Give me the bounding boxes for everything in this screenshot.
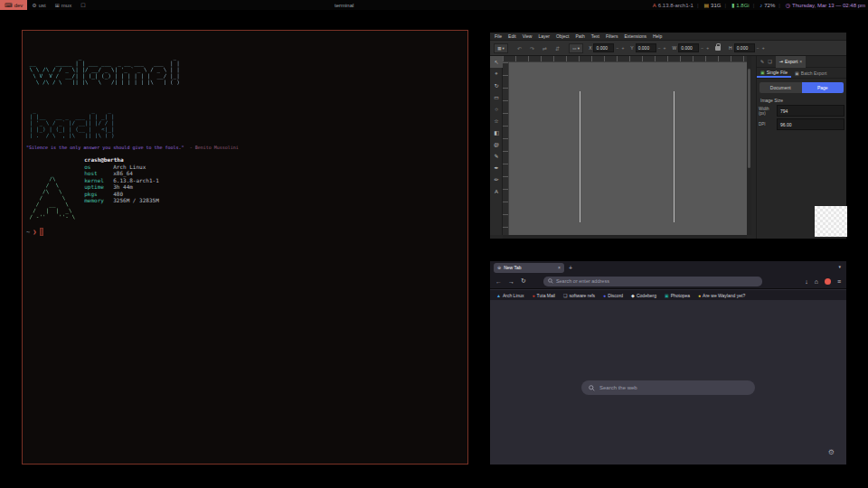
- adblock-shield-icon[interactable]: [825, 278, 831, 285]
- transform-icon[interactable]: ↷: [530, 45, 534, 52]
- canvas-hscrollbar[interactable]: [503, 235, 747, 239]
- inkscape-toolbox: ↖ ⌖ ↻ ▭ ○ ☆ ◧ @ ✎ ✒ ✏ A: [490, 56, 503, 235]
- menu-item[interactable]: Layer: [538, 33, 550, 39]
- fetch-row: host x86_64: [84, 170, 159, 177]
- workspace-tags: ⌨ dev ⚙ ust ⊞ mux ☐: [0, 0, 92, 10]
- toolbox-tool[interactable]: ○: [490, 103, 503, 115]
- focused-window-title: terminal: [335, 0, 354, 10]
- x-input[interactable]: 0.000: [593, 43, 614, 52]
- status-text: 31G: [711, 3, 721, 8]
- bookmark-item[interactable]: ▣ Photopea: [665, 293, 690, 298]
- canvas-vscrollbar[interactable]: [747, 56, 751, 235]
- tab-close-icon[interactable]: ×: [558, 265, 561, 270]
- dpi-input[interactable]: 96.00: [777, 118, 844, 130]
- y-input[interactable]: 0.000: [636, 43, 656, 52]
- menu-item[interactable]: Filters: [606, 33, 618, 39]
- downloads-icon[interactable]: ↓: [805, 278, 808, 285]
- forward-button[interactable]: →: [508, 278, 514, 285]
- width-input[interactable]: 794: [777, 105, 844, 117]
- bookmark-item[interactable]: ◆ Codeberg: [631, 293, 656, 298]
- toolbox-tool[interactable]: @: [490, 138, 503, 150]
- toolbox-tool[interactable]: ✏: [490, 174, 503, 185]
- x-field: X 0.000 − +: [589, 43, 625, 52]
- document-button[interactable]: Document: [760, 82, 802, 93]
- bookmark-item[interactable]: ● Discord: [603, 293, 623, 298]
- status-segment: ◷ Thursday, Mar 13 — 02:48 pm: [775, 2, 865, 8]
- gear-icon[interactable]: ⚙: [828, 448, 835, 456]
- status-icon: ▮: [731, 2, 734, 8]
- back-button[interactable]: ←: [495, 278, 502, 285]
- menu-item[interactable]: View: [523, 33, 533, 39]
- toolbox-tool[interactable]: ↻: [490, 80, 503, 91]
- workspace-tag[interactable]: ⚙ ust: [27, 0, 50, 10]
- layers-icon[interactable]: ❏: [768, 59, 771, 64]
- lock-icon[interactable]: [715, 46, 721, 51]
- tab-export[interactable]: ⇥ Export ×: [776, 56, 807, 68]
- minus-stepper[interactable]: −: [756, 45, 760, 51]
- batch-export-icon: ▣: [795, 70, 799, 76]
- browser-tab-bar: ⊕ New Tab × + ▾: [490, 261, 846, 274]
- h-input[interactable]: 0.000: [734, 43, 755, 52]
- minus-stepper[interactable]: −: [700, 45, 704, 51]
- page-button[interactable]: Page: [802, 82, 844, 93]
- toolbox-tool[interactable]: ✎: [490, 150, 503, 162]
- toolbox-tool[interactable]: ☆: [490, 115, 503, 127]
- pencil-icon[interactable]: ✎: [760, 59, 764, 64]
- bookmark-favicon: ●: [533, 293, 535, 298]
- new-tab-button[interactable]: +: [569, 265, 572, 271]
- transform-icon[interactable]: ⇵: [555, 45, 560, 52]
- menu-item[interactable]: Extensions: [625, 33, 646, 39]
- workspace-tag[interactable]: ☐: [76, 0, 91, 10]
- status-bar: ⌨ dev ⚙ ust ⊞ mux ☐ terminal A 6.13.8-: [0, 0, 868, 10]
- search-icon: [589, 385, 595, 391]
- bookmark-item[interactable]: ● Are we Wayland yet?: [698, 293, 745, 298]
- toolbox-tool[interactable]: ✒: [490, 162, 503, 174]
- close-icon[interactable]: ×: [799, 59, 802, 64]
- tag-label: dev: [14, 3, 24, 8]
- menu-item[interactable]: Path: [575, 33, 584, 39]
- plus-stepper[interactable]: +: [761, 45, 766, 51]
- plus-stepper[interactable]: +: [663, 45, 667, 51]
- terminal-quote: "Silence is the only answer you should g…: [26, 145, 464, 150]
- tab-batch-export[interactable]: ▣ Batch Export: [791, 68, 830, 78]
- toolbox-tool[interactable]: A: [490, 185, 503, 197]
- minus-stepper[interactable]: −: [615, 45, 619, 51]
- hamburger-menu-icon[interactable]: ≡: [837, 278, 841, 285]
- transform-icon[interactable]: ↶: [517, 45, 522, 52]
- menu-item[interactable]: Object: [556, 33, 569, 39]
- home-icon[interactable]: ⌂: [815, 278, 818, 285]
- bookmark-item[interactable]: ❏ software refs: [563, 293, 595, 298]
- toolbox-tool[interactable]: ↖: [490, 56, 503, 68]
- menu-item[interactable]: File: [495, 33, 502, 39]
- inkscape-canvas[interactable]: [509, 62, 747, 235]
- toolbox-tool[interactable]: ⌖: [490, 68, 503, 80]
- tab-new-tab[interactable]: ⊕ New Tab ×: [494, 263, 564, 273]
- workspace-tag[interactable]: ⌨ dev: [0, 0, 27, 10]
- list-tabs-icon[interactable]: ▾: [838, 264, 841, 269]
- bookmark-item[interactable]: ● Tuta Mail: [533, 293, 555, 298]
- workspace-tag[interactable]: ⊞ mux: [51, 0, 76, 10]
- menu-item[interactable]: Help: [653, 33, 662, 39]
- bookmark-item[interactable]: ▲ Arch Linux: [496, 293, 524, 298]
- selection-mode-dropdown[interactable]: ▦ ▾: [494, 43, 508, 53]
- terminal-window[interactable]: _ _ __ _____ | | ___ ___ _ __ ___ ___ | …: [22, 30, 468, 465]
- bbox-mode-dropdown[interactable]: ▭ ▾: [569, 43, 583, 53]
- page-border-left: [580, 91, 580, 222]
- plus-stepper[interactable]: +: [620, 45, 625, 51]
- toolbox-tool[interactable]: ◧: [490, 127, 503, 138]
- minus-stepper[interactable]: −: [657, 45, 662, 51]
- transform-icon[interactable]: ⇄: [542, 45, 547, 52]
- toolbox-tool[interactable]: ▭: [490, 91, 503, 103]
- tab-single-file[interactable]: ▣ Single File: [757, 68, 791, 78]
- plus-stepper[interactable]: +: [705, 45, 710, 51]
- tag-label: mux: [61, 3, 71, 8]
- reload-button[interactable]: ↻: [521, 277, 526, 285]
- w-input[interactable]: 0.000: [678, 43, 699, 52]
- status-icon: ◷: [786, 2, 790, 8]
- menu-item[interactable]: Edit: [508, 33, 516, 39]
- status-icon: A: [653, 3, 656, 8]
- newtab-search-bar[interactable]: Search the web: [581, 380, 755, 395]
- menu-item[interactable]: Text: [591, 33, 599, 39]
- export-dialog: ✎ ❏ ⇥ Export × ▣ Single File ▣ Batch Exp…: [756, 56, 846, 239]
- url-bar[interactable]: Search or enter address: [543, 277, 762, 286]
